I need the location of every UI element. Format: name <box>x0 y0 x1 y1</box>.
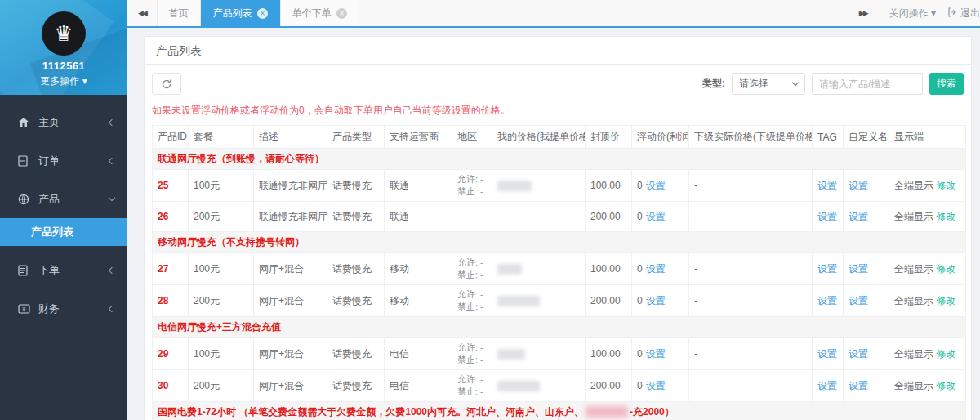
avatar[interactable]: ♛ <box>42 11 86 56</box>
package: 200元 <box>189 202 254 232</box>
blurred-text <box>586 406 628 418</box>
set-tag-link[interactable]: 设置 <box>817 380 837 391</box>
modify-display-link[interactable]: 修改 <box>936 348 956 360</box>
set-custom-name-link[interactable]: 设置 <box>849 380 868 391</box>
home-icon <box>18 117 31 128</box>
modify-display-link[interactable]: 修改 <box>936 380 956 391</box>
table-row: 30 200元 网厅+混合 话费慢充 电信 允许: - 禁止: - 200.00… <box>153 370 966 402</box>
sidebar-item-orders[interactable]: 订单 <box>0 141 127 180</box>
sidebar-item-home[interactable]: 主页 <box>0 103 127 141</box>
display-value: 全端显示 <box>894 348 933 360</box>
chevron-left-icon <box>109 157 115 163</box>
topbar-right: ▶▶ 关闭操作 ▾ 退出 <box>849 0 980 26</box>
modify-display-link[interactable]: 修改 <box>936 263 956 275</box>
refresh-icon <box>161 78 172 90</box>
filter-bar: 类型: 请选择 搜索 <box>702 73 964 95</box>
tab-home[interactable]: 首页 <box>157 0 201 26</box>
set-tag-link[interactable]: 设置 <box>817 348 837 360</box>
type-select[interactable]: 请选择 <box>732 73 805 95</box>
sub-price: - <box>689 338 813 370</box>
set-tag-link[interactable]: 设置 <box>817 295 837 306</box>
logout-icon <box>947 7 957 20</box>
modify-display-link[interactable]: 修改 <box>936 180 956 191</box>
custom-name-cell: 设置 <box>844 170 889 202</box>
set-float-link[interactable]: 设置 <box>646 380 666 391</box>
description: 网厅+混合 <box>254 285 327 317</box>
page-title: 产品列表 <box>145 37 971 65</box>
group-title-prefix: 国网电费1-72小时 （单笔交费金额需大于欠费金额，欠费1000内可充。河北户、… <box>158 406 584 418</box>
sidebar-item-products[interactable]: 产品 <box>0 180 127 218</box>
float-value: 0 <box>637 263 643 275</box>
region-cell: 允许: - 禁止: - <box>452 338 492 370</box>
modify-display-link[interactable]: 修改 <box>936 295 956 306</box>
sidebar-item-label: 主页 <box>38 115 60 130</box>
display-cell: 全端显示 修改 <box>889 285 966 317</box>
logout-label: 退出 <box>960 7 980 20</box>
more-actions-dropdown[interactable]: 更多操作 ▾ <box>0 74 127 88</box>
carrier: 联通 <box>385 170 452 202</box>
set-tag-link[interactable]: 设置 <box>817 180 837 191</box>
my-price-cell <box>492 202 586 232</box>
set-tag-link[interactable]: 设置 <box>817 211 837 222</box>
set-custom-name-link[interactable]: 设置 <box>849 295 868 306</box>
my-price-cell <box>492 370 586 402</box>
set-float-link[interactable]: 设置 <box>646 295 666 306</box>
set-custom-name-link[interactable]: 设置 <box>849 348 868 360</box>
close-operations-dropdown[interactable]: 关闭操作 ▾ <box>889 7 936 20</box>
description: 网厅+混合 <box>254 338 327 370</box>
my-price-cell <box>492 253 586 285</box>
set-custom-name-link[interactable]: 设置 <box>849 180 868 191</box>
region-allow: 允许: - <box>457 373 487 386</box>
sidebar-item-finance[interactable]: ¥ 财务 <box>0 289 127 328</box>
sub-price: - <box>689 285 813 317</box>
set-float-link[interactable]: 设置 <box>646 263 666 275</box>
set-custom-name-link[interactable]: 设置 <box>849 263 868 275</box>
table-header-row: 产品ID 套餐 描述 产品类型 支持运营商 地区 我的价格(我提单价格) 封顶价… <box>153 126 966 149</box>
float-value: 0 <box>637 180 643 191</box>
set-float-link[interactable]: 设置 <box>646 348 666 360</box>
scroll-tabs-right-button[interactable]: ▶▶ <box>849 9 878 17</box>
float-price-cell: 0设置 <box>632 370 689 402</box>
display-cell: 全端显示 修改 <box>889 170 966 202</box>
blurred-price <box>497 296 540 306</box>
blurred-price <box>497 181 532 191</box>
close-icon[interactable]: × <box>336 8 347 19</box>
refresh-button[interactable] <box>152 73 181 95</box>
blurred-price <box>497 264 522 275</box>
float-value: 0 <box>637 380 643 391</box>
custom-name-cell: 设置 <box>844 285 889 317</box>
modify-display-link[interactable]: 修改 <box>936 211 956 222</box>
set-custom-name-link[interactable]: 设置 <box>849 211 868 222</box>
chevron-left-icon <box>109 118 115 125</box>
display-value: 全端显示 <box>894 211 933 222</box>
search-input[interactable] <box>812 73 923 95</box>
set-tag-link[interactable]: 设置 <box>817 263 837 275</box>
product-type: 话费慢充 <box>327 170 385 202</box>
type-select-value: 请选择 <box>739 77 768 91</box>
set-float-link[interactable]: 设置 <box>646 180 666 191</box>
carrier: 电信 <box>385 338 452 370</box>
tab-label: 首页 <box>169 7 189 20</box>
sidebar-item-place-order[interactable]: 下单 <box>0 251 127 289</box>
scroll-tabs-left-button[interactable]: ◀◀ <box>127 0 157 26</box>
tab-product-list-active[interactable]: 产品列表 × <box>201 0 280 26</box>
close-icon[interactable]: × <box>257 8 268 19</box>
col-sub-price: 下级实际价格(下级提单价格) <box>689 126 813 149</box>
document-icon <box>18 155 31 167</box>
carrier: 移动 <box>385 285 452 317</box>
col-description: 描述 <box>254 126 327 149</box>
display-value: 全端显示 <box>894 180 933 191</box>
set-float-link[interactable]: 设置 <box>646 211 666 222</box>
logout-button[interactable]: 退出 <box>947 7 980 20</box>
sidebar-item-product-list-active[interactable]: 产品列表 <box>0 218 127 246</box>
tab-single-order[interactable]: 单个下单 × <box>280 0 359 26</box>
tag-cell: 设置 <box>813 338 844 370</box>
globe-icon <box>18 194 31 205</box>
sidebar-menu: 主页 订单 产品 产品列表 下单 <box>0 95 127 328</box>
search-button[interactable]: 搜索 <box>929 73 964 95</box>
submenu-label: 产品列表 <box>31 225 74 239</box>
custom-name-cell: 设置 <box>844 202 889 232</box>
group-header-row: 国网电费1-72小时 （单笔交费金额需大于欠费金额，欠费1000内可充。河北户、… <box>153 402 966 420</box>
group-header-row: 电信网厅慢充+三方混合充值 <box>153 317 966 338</box>
region-cell: 允许: - 禁止: - <box>452 285 492 317</box>
